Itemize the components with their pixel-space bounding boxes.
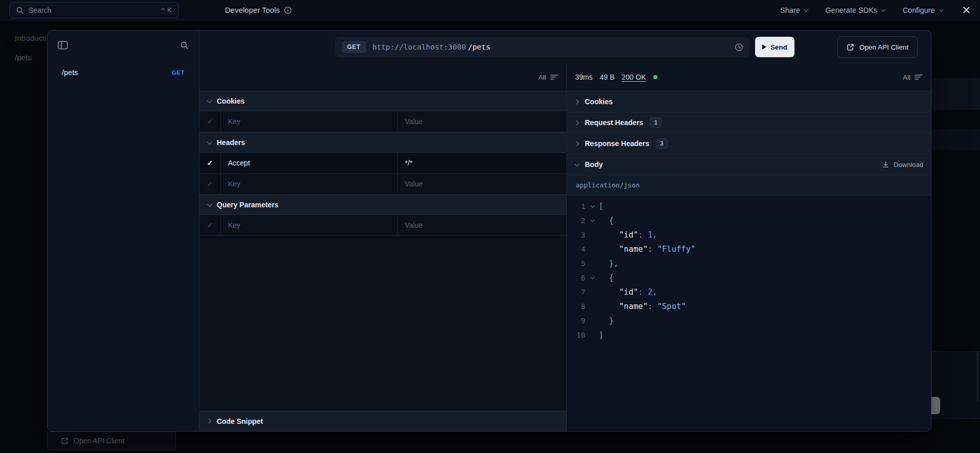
section-title: Request Headers bbox=[585, 118, 643, 127]
section-title: Response Headers bbox=[585, 139, 649, 148]
open-api-client-button[interactable]: Open API Client bbox=[837, 36, 918, 58]
request-bar: GET http://localhost:3000/pets Send Open… bbox=[199, 31, 931, 63]
content-type: application/json bbox=[567, 175, 931, 196]
section-title: Headers bbox=[217, 138, 245, 147]
request-panel-empty-area bbox=[199, 236, 566, 411]
param-key-input[interactable]: Key bbox=[221, 215, 398, 235]
chevron-down-icon bbox=[591, 204, 595, 208]
response-filter[interactable]: All bbox=[903, 74, 923, 81]
section-header-headers[interactable]: Headers bbox=[199, 132, 566, 153]
download-button[interactable]: Download bbox=[882, 161, 923, 169]
download-icon bbox=[882, 161, 890, 169]
request-panel: All Cookies✓KeyValueHeaders✓Accept*/*✓Ke… bbox=[199, 63, 567, 431]
code-line: 6{ bbox=[567, 271, 931, 285]
chevron-right-icon bbox=[574, 120, 579, 125]
search-input[interactable]: Search ^ K bbox=[9, 2, 179, 18]
chevron-down-icon bbox=[591, 218, 595, 222]
param-row: ✓KeyValue bbox=[199, 111, 566, 132]
chevron-down-icon bbox=[207, 202, 212, 207]
row-checkbox[interactable]: ✓ bbox=[199, 174, 221, 194]
code-line: 5}, bbox=[567, 256, 931, 271]
param-key-input[interactable]: Key bbox=[221, 174, 398, 194]
section-header-query-parameters[interactable]: Query Parameters bbox=[199, 195, 566, 215]
response-section-response-headers[interactable]: Response Headers3 bbox=[567, 133, 931, 154]
api-client-modal: /pets GET GET http://localhost:3000/pets… bbox=[47, 30, 931, 432]
line-number: 6 bbox=[567, 274, 585, 282]
sidebar-toggle-icon[interactable] bbox=[58, 41, 68, 50]
menu-configure[interactable]: Configure bbox=[903, 6, 942, 14]
close-icon[interactable] bbox=[962, 6, 971, 14]
request-response-columns: All Cookies✓KeyValueHeaders✓Accept*/*✓Ke… bbox=[199, 63, 931, 431]
sidebar-header bbox=[55, 41, 192, 50]
fold-toggle[interactable] bbox=[585, 219, 599, 222]
request-list-item-pets[interactable]: /pets GET bbox=[55, 63, 192, 82]
request-filter-label: All bbox=[538, 74, 546, 81]
param-value-input[interactable]: */* bbox=[398, 153, 566, 173]
chevron-down-icon bbox=[575, 161, 580, 166]
code-snippet-section[interactable]: Code Snippet bbox=[199, 411, 566, 431]
send-button[interactable]: Send bbox=[755, 37, 794, 57]
topbar-menus: Share Generate SDKs Configure bbox=[780, 6, 971, 14]
row-checkbox[interactable]: ✓ bbox=[199, 153, 221, 173]
response-sections: CookiesRequest Headers1Response Headers3… bbox=[567, 91, 931, 175]
response-filter-label: All bbox=[903, 74, 910, 81]
filter-icon bbox=[550, 74, 558, 80]
search-shortcut: ^ K bbox=[162, 6, 172, 14]
chevron-right-icon bbox=[574, 141, 579, 146]
external-link-icon bbox=[847, 43, 854, 51]
response-body-code: 1[2{3"id": 1,4"name": "Fluffy"5},6{7"id"… bbox=[567, 196, 931, 431]
response-status[interactable]: 200 OK bbox=[622, 73, 646, 81]
response-section-cookies[interactable]: Cookies bbox=[567, 91, 931, 112]
request-path: /pets bbox=[62, 68, 78, 77]
param-value-input[interactable]: Value bbox=[398, 215, 566, 235]
request-filter[interactable]: All bbox=[538, 74, 558, 81]
code-line: 3"id": 1, bbox=[567, 228, 931, 242]
sidebar-search-icon[interactable] bbox=[180, 41, 189, 50]
section-header-cookies[interactable]: Cookies bbox=[199, 91, 566, 111]
param-row: ✓KeyValue bbox=[199, 174, 566, 195]
line-number: 4 bbox=[567, 245, 585, 253]
code-line: 9} bbox=[567, 314, 931, 328]
line-number: 10 bbox=[567, 331, 585, 339]
fold-toggle[interactable] bbox=[585, 205, 599, 208]
fold-toggle[interactable] bbox=[585, 276, 599, 279]
play-icon bbox=[762, 44, 766, 50]
request-sections: Cookies✓KeyValueHeaders✓Accept*/*✓KeyVal… bbox=[199, 91, 566, 236]
code-snippet-label: Code Snippet bbox=[217, 417, 263, 425]
code-line: 1[ bbox=[567, 199, 931, 213]
param-key-input[interactable]: Accept bbox=[221, 153, 398, 173]
url-path: /pets bbox=[468, 43, 491, 51]
code-line: 8"name": "Spot" bbox=[567, 299, 931, 314]
section-title: Query Parameters bbox=[217, 201, 279, 209]
request-url-field[interactable]: GET http://localhost:3000/pets bbox=[335, 37, 749, 57]
response-section-request-headers[interactable]: Request Headers1 bbox=[567, 112, 931, 133]
row-checkbox[interactable]: ✓ bbox=[199, 111, 221, 132]
count-badge: 3 bbox=[656, 138, 668, 149]
menu-generate-sdks[interactable]: Generate SDKs bbox=[826, 6, 884, 14]
code-line: 7"id": 2, bbox=[567, 285, 931, 299]
method-select[interactable]: GET bbox=[341, 41, 366, 53]
checkmark-icon: ✓ bbox=[207, 159, 213, 166]
line-number: 5 bbox=[567, 259, 585, 268]
url-base: http://localhost:3000 bbox=[372, 43, 466, 51]
param-value-input[interactable]: Value bbox=[398, 174, 566, 194]
modal-sidebar: /pets GET bbox=[48, 31, 199, 431]
line-number: 8 bbox=[567, 302, 585, 311]
checkmark-icon: ✓ bbox=[207, 118, 213, 125]
line-number: 2 bbox=[567, 217, 585, 225]
row-checkbox[interactable]: ✓ bbox=[199, 215, 221, 235]
count-badge: 1 bbox=[650, 117, 662, 128]
send-label: Send bbox=[770, 43, 787, 51]
info-icon[interactable] bbox=[284, 6, 292, 14]
menu-share[interactable]: Share bbox=[780, 6, 807, 14]
param-value-input[interactable]: Value bbox=[398, 111, 566, 132]
code-line: 4"name": "Fluffy" bbox=[567, 242, 931, 256]
response-section-body[interactable]: BodyDownload bbox=[567, 154, 931, 175]
line-number: 9 bbox=[567, 317, 585, 325]
response-panel: 39ms 49 B 200 OK All CookiesRequest Head… bbox=[567, 63, 931, 431]
history-icon[interactable] bbox=[735, 43, 743, 52]
checkmark-icon: ✓ bbox=[207, 222, 213, 229]
response-size: 49 B bbox=[600, 73, 614, 81]
param-key-input[interactable]: Key bbox=[221, 111, 398, 132]
filter-icon bbox=[915, 74, 923, 80]
